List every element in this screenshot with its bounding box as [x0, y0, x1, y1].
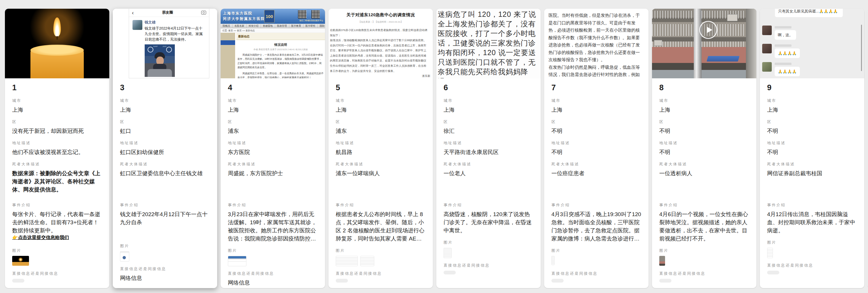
death-record-card[interactable]: 只有其女儿眼见其病逝...🙏🙏🙏🙏啊，这。🙏🙏🙏🙏🙏🙏🙏🙏 9 城市 上海 区 …	[760, 9, 864, 288]
nav-item[interactable]: 国际交流	[318, 24, 325, 28]
city-label: 城市	[443, 98, 533, 103]
field-image: 图片	[336, 248, 426, 266]
nav-item[interactable]: 名医名家	[232, 24, 247, 28]
card-cover-image: ‹朋友圈钱文雄钱文雄于2022年4月12日下午一点十九分去世。疫情期间一切从简。…	[113, 9, 217, 78]
direct-label: 直接信息还是间接信息	[551, 271, 641, 276]
death-record-card[interactable]: 8 城市 上海 区 不明 地址描述 不明 死者大体描述 一位透析病人	[652, 9, 756, 288]
anniversary-100-badge: 100	[264, 10, 275, 23]
deceased-label: 死者大体描述	[551, 162, 641, 167]
district-label: 区	[120, 119, 210, 124]
field-image: 图片	[659, 248, 749, 266]
chat-column: 🙏🙏🙏🙏	[775, 62, 800, 76]
district-label: 区	[659, 119, 749, 124]
image-thumbnails	[443, 248, 533, 258]
death-record-card[interactable]: 医院。当时有些低烧，但是发热门诊在消杀，于 是在门口的黑夜里等待了很久。可是由于…	[544, 9, 649, 288]
chat-message-row: 🙏🙏🙏🙏	[762, 44, 800, 58]
wechat-moments-screenshot: ‹朋友圈钱文雄钱文雄于2022年4月12日下午一点十九分去世。疫情期间一切从简。…	[113, 9, 217, 78]
district-label: 区	[336, 119, 426, 124]
field-district: 区 虹口	[120, 119, 210, 135]
direct-value	[443, 271, 456, 274]
large-text-screenshot: 迷病危了叫 120，120 来了说全上海发热门诊都关了，没有医院接收，打了一个多…	[436, 9, 541, 78]
field-event: 事件介绍 每张卡片、每行记录，代表着一条逝去的鲜活生命。目前有73+位死者！数据…	[12, 203, 102, 243]
address-label: 地址描述	[551, 140, 641, 146]
district-label: 区	[228, 119, 318, 124]
district-value: 没有死于新冠，却因新冠而死	[12, 127, 102, 135]
air-conditioner-unit	[654, 40, 662, 46]
nav-item[interactable]: 医政管理	[275, 24, 289, 28]
death-record-card[interactable]: 关于对浦东120急救中心的调查情况【信息来源：】【信息时间：2022-03-31…	[329, 9, 433, 288]
address-label: 地址描述	[443, 140, 533, 146]
city-value: 上海	[336, 106, 426, 114]
district-value: 浦东	[228, 127, 318, 135]
qr-code	[311, 10, 320, 19]
chat-avatar	[762, 62, 772, 72]
card-body: 4 城市 上海 区 浦东 地址描述 东方医院 死者大体描述 周盛妮，东方医院护士	[221, 78, 325, 288]
district-value: 浦东	[336, 127, 426, 135]
image-label: 图片	[551, 248, 641, 253]
narrow-thumbnail	[551, 256, 555, 265]
video-thumbnail	[659, 256, 665, 266]
card-body: 9 城市 上海 区 不明 地址描述 不明 死者大体描述 网信证券副总裁韦桂国	[760, 78, 864, 288]
city-label: 城市	[551, 98, 641, 103]
image-thumbnails	[120, 251, 210, 261]
district-label: 区	[12, 119, 102, 124]
notice-body-line: 的离世深表悲痛，对急救医生由于经验不足、处置不当未能及时出借车载除颤仪	[330, 58, 431, 63]
field-city: 城市 上海	[228, 98, 318, 114]
chat-column: 啊，这。	[775, 26, 796, 40]
card-number: 5	[336, 83, 426, 92]
submit-info-link[interactable]: 👉点击这里提交信息给我们	[12, 235, 102, 243]
death-record-card[interactable]: 上海市东方医院同济大学附属东方医院100微信二维码患者移动服务平台院概况名医名家…	[221, 9, 325, 288]
field-direct-or-indirect: 直接信息还是间接信息	[12, 271, 102, 283]
nav-item[interactable]: 医学教育	[289, 24, 304, 28]
death-records-gallery: 1 城市 上海 区 没有死于新冠，却因新冠而死 地址描述 他们不应该被漠视甚至忘…	[0, 0, 868, 293]
field-deceased: 死者大体描述 一位透析病人	[659, 162, 749, 197]
chat-column: 🙏🙏🙏🙏	[775, 44, 800, 58]
image-label: 图片	[767, 240, 857, 245]
deceased-value: 一位癌症患者	[551, 169, 641, 197]
hospital-name-line1: 上海市东方医院	[223, 11, 265, 16]
event-value: 高烧昏迷，核酸阴，120来了说发热门诊关了。无奈在家中降温，在昏迷中离世。	[443, 210, 533, 235]
card-number: 8	[659, 83, 749, 92]
deceased-label: 死者大体描述	[336, 162, 426, 167]
side-menu-active-item	[221, 40, 235, 45]
redacted-sender-name	[775, 63, 792, 65]
deceased-label: 死者大体描述	[228, 162, 318, 167]
event-value: 每张卡片、每行记录，代表着一条逝去的鲜活生命。目前有73+位死者！数据持续更新中…	[12, 210, 102, 235]
death-record-card[interactable]: ‹朋友圈钱文雄钱文雄于2022年4月12日下午一点十九分去世。疫情期间一切从简。…	[113, 9, 217, 288]
card-number: 6	[443, 83, 533, 92]
nav-item[interactable]: 科室介绍	[247, 24, 261, 28]
notice-body-line: 上急症患者送往医院的考虑，没有同意出借。应该指出，这名医生当时虽然有难	[330, 53, 431, 58]
announcement-meta: 作者:系统管理员 发表于:2022/3/25 2:46:41 有233人阅读	[236, 48, 325, 51]
image-thumbnails	[12, 256, 102, 266]
direct-label: 直接信息还是间接信息	[120, 266, 210, 271]
field-deceased: 死者大体描述 一位癌症患者	[551, 162, 641, 197]
direct-label: 直接信息还是间接信息	[12, 271, 102, 276]
nav-item[interactable]: 院概况	[221, 24, 232, 28]
direct-value	[767, 271, 779, 274]
field-direct-or-indirect: 直接信息还是间接信息	[659, 271, 749, 283]
field-image: 图片	[767, 240, 857, 258]
nav-item[interactable]: 医学研究	[304, 24, 318, 28]
scoreboard-ring	[148, 47, 153, 53]
card-body: 6 城市 上海 区 徐汇 地址描述 天平路街道永康居民区 死者大体描述 一位老人	[436, 78, 541, 288]
coat	[148, 69, 172, 77]
event-label: 事件介绍	[336, 203, 426, 208]
site-nav-bar: 院概况名医名家科室介绍党建园地医政管理医学教育医学研究国际交流护理风采医务社工	[221, 24, 325, 28]
card-body: 7 城市 上海 区 不明 地址描述 不明 死者大体描述 一位癌症患者	[544, 78, 649, 288]
city-label: 城市	[120, 98, 210, 103]
death-record-card[interactable]: 迷病危了叫 120，120 来了说全上海发热门诊都关了，没有医院接收，打了一个多…	[436, 9, 541, 288]
field-district: 区 不明	[659, 119, 749, 135]
city-value: 上海	[767, 106, 857, 114]
field-city: 城市 上海	[551, 98, 641, 114]
field-deceased: 死者大体描述 网信证券副总裁韦桂国	[767, 162, 857, 197]
event-value: 3月23日在家中哮喘发作，用药后无法缓解。19时，家属驾车送其就诊，被医院拒收。…	[228, 210, 318, 243]
event-label: 事件介绍	[767, 203, 857, 208]
field-event: 事件介绍 4月12日传出消息，韦桂国因脑溢血、封控期间联系救治未果，于家中病逝。	[767, 203, 857, 235]
face	[156, 57, 164, 65]
redacted-sender-name	[775, 26, 792, 28]
nav-item[interactable]: 党建园地	[261, 24, 275, 28]
notice-meta: 【信息来源：】【信息时间：2022-03-31】	[330, 20, 431, 24]
deceased-label: 死者大体描述	[767, 162, 857, 167]
field-district: 区 浦东	[336, 119, 426, 135]
death-record-card[interactable]: 1 城市 上海 区 没有死于新冠，却因新冠而死 地址描述 他们不应该被漠视甚至忘…	[5, 9, 109, 288]
